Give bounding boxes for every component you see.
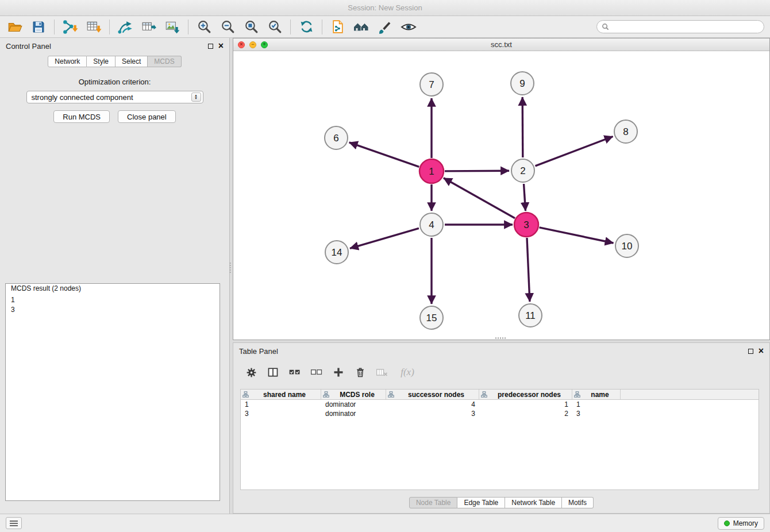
cell-name[interactable]: 3: [572, 410, 621, 418]
status-bar: Memory: [0, 514, 770, 532]
import-table-button[interactable]: [83, 18, 104, 36]
style-button[interactable]: [375, 18, 395, 36]
float-panel-icon[interactable]: [748, 349, 753, 354]
tab-network-table[interactable]: Network Table: [505, 497, 562, 508]
horizontal-splitter-handle[interactable]: [495, 337, 507, 339]
float-panel-icon[interactable]: [208, 44, 213, 49]
tab-mcds[interactable]: MCDS: [148, 56, 181, 67]
cell-predecessor-nodes[interactable]: 1: [479, 400, 572, 408]
cell-mcds-role[interactable]: dominator: [321, 400, 386, 408]
column-header-shared-name[interactable]: shared name: [241, 390, 321, 399]
paste-network-button[interactable]: [328, 18, 348, 36]
cell-successor-nodes[interactable]: 4: [386, 400, 479, 408]
save-session-button[interactable]: [28, 18, 49, 36]
search-input[interactable]: [612, 22, 764, 32]
refresh-button[interactable]: [296, 18, 317, 36]
minimize-window-icon[interactable]: −: [249, 41, 256, 48]
edge-2-3[interactable]: [524, 184, 526, 211]
edge-1-2[interactable]: [445, 171, 509, 171]
show-hide-button[interactable]: [398, 18, 419, 36]
column-edit-icon: [242, 391, 249, 398]
show-columns-button[interactable]: [267, 367, 279, 378]
mcds-result-lines[interactable]: 1 3: [6, 295, 220, 315]
graph-node-7[interactable]: 7: [420, 73, 443, 96]
cell-shared-name[interactable]: 1: [241, 400, 321, 408]
cell-mcds-role[interactable]: dominator: [321, 410, 386, 418]
optimization-dropdown[interactable]: strongly connected component ▲▼: [26, 91, 203, 103]
network-graph[interactable]: 7968124314101511: [233, 51, 769, 340]
open-session-button[interactable]: [5, 18, 25, 36]
tab-style[interactable]: Style: [87, 56, 116, 67]
graph-node-11[interactable]: 11: [519, 304, 542, 327]
function-builder-button[interactable]: f(x): [398, 367, 417, 378]
graph-node-3[interactable]: 3: [514, 213, 538, 237]
tab-edge-table[interactable]: Edge Table: [457, 497, 505, 508]
show-panels-button[interactable]: [6, 517, 22, 529]
gear-icon: [245, 367, 257, 379]
run-mcds-button[interactable]: Run MCDS: [53, 110, 110, 123]
edge-3-1[interactable]: [444, 178, 515, 218]
cell-predecessor-nodes[interactable]: 2: [479, 410, 572, 418]
dropdown-stepper-icon[interactable]: ▲▼: [191, 92, 201, 102]
graph-node-14[interactable]: 14: [325, 241, 348, 264]
cell-successor-nodes[interactable]: 3: [386, 410, 479, 418]
table-panel-tabs: Node TableEdge TableNetwork TableMotifs: [233, 497, 769, 508]
export-image-button[interactable]: [162, 18, 183, 36]
cell-shared-name[interactable]: 3: [241, 410, 321, 418]
maximize-window-icon[interactable]: +: [261, 41, 268, 48]
close-window-icon[interactable]: ×: [238, 41, 245, 48]
export-network-button[interactable]: [115, 18, 136, 36]
deselect-all-button[interactable]: [310, 367, 323, 377]
edge-1-6[interactable]: [349, 142, 419, 167]
import-network-button[interactable]: [60, 18, 80, 36]
network-canvas[interactable]: 7968124314101511: [233, 51, 769, 340]
close-panel-button[interactable]: Close panel: [118, 110, 176, 123]
column-header-mcds-role[interactable]: MCDS role: [321, 390, 386, 399]
zoom-in-button[interactable]: [194, 18, 214, 36]
zoom-out-button[interactable]: [217, 18, 238, 36]
zoom-out-icon: [220, 19, 236, 34]
edge-4-14[interactable]: [350, 228, 419, 248]
graph-node-4[interactable]: 4: [420, 213, 443, 236]
table-settings-button[interactable]: [245, 367, 257, 379]
style-brush-icon: [378, 19, 393, 34]
table-body: 1dominator4113dominator323: [241, 400, 759, 418]
zoom-fit-button[interactable]: [241, 18, 261, 36]
graph-node-1[interactable]: 1: [419, 159, 444, 183]
column-header-predecessor-nodes[interactable]: predecessor nodes: [479, 390, 572, 399]
zoom-selected-button[interactable]: [264, 18, 285, 36]
graph-node-10[interactable]: 10: [615, 234, 638, 257]
graph-node-15[interactable]: 15: [420, 306, 443, 329]
edge-2-9[interactable]: [522, 97, 523, 157]
add-column-button[interactable]: [332, 367, 345, 378]
home-button[interactable]: [351, 18, 372, 36]
graph-node-8[interactable]: 8: [614, 120, 637, 143]
edge-2-8[interactable]: [536, 137, 613, 166]
cell-name[interactable]: 1: [572, 400, 621, 408]
column-header-successor-nodes[interactable]: successor nodes: [386, 390, 479, 399]
zoom-fit-icon: [244, 19, 259, 34]
graph-node-2[interactable]: 2: [511, 159, 534, 182]
memory-button[interactable]: Memory: [718, 517, 764, 530]
network-window-titlebar[interactable]: × − + scc.txt: [233, 38, 769, 51]
close-panel-icon[interactable]: ×: [218, 42, 224, 50]
vertical-splitter-handle[interactable]: [229, 263, 231, 274]
tab-select[interactable]: Select: [116, 56, 148, 67]
delete-button[interactable]: [354, 367, 367, 378]
edge-3-11[interactable]: [527, 238, 530, 302]
node-label: 9: [519, 78, 525, 89]
table-row[interactable]: 1dominator411: [241, 400, 759, 409]
graph-node-9[interactable]: 9: [511, 72, 534, 95]
table-row[interactable]: 3dominator323: [241, 409, 759, 418]
tab-network[interactable]: Network: [48, 56, 87, 67]
tab-motifs[interactable]: Motifs: [562, 497, 594, 508]
edge-3-10[interactable]: [540, 228, 614, 243]
search-box[interactable]: [596, 20, 764, 33]
delete-column-button[interactable]: [376, 367, 388, 377]
select-all-button[interactable]: [288, 367, 301, 377]
tab-node-table[interactable]: Node Table: [409, 497, 458, 508]
graph-node-6[interactable]: 6: [325, 126, 348, 149]
close-panel-icon[interactable]: ×: [759, 347, 764, 355]
export-table-button[interactable]: [138, 18, 159, 36]
column-header-name[interactable]: name: [572, 390, 621, 399]
